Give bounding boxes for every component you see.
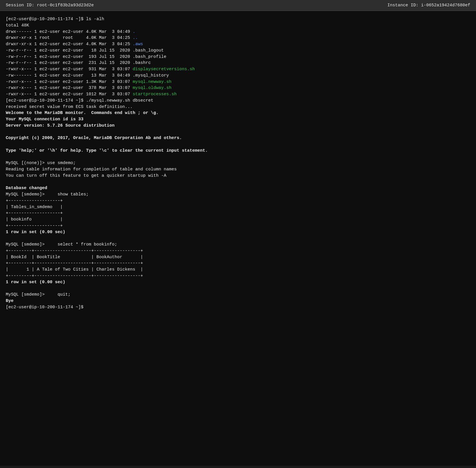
terminal-body[interactable]: [ec2-user@ip-10-200-11-174 ~]$ ls -alh t… [0,11,476,466]
instance-id: Instance ID: i-0652a19424d7680ef [387,3,470,8]
terminal-header: Session ID: root-0c1f83b2a93d23d2e Insta… [0,0,476,11]
session-id: Session ID: root-0c1f83b2a93d23d2e [6,3,94,8]
